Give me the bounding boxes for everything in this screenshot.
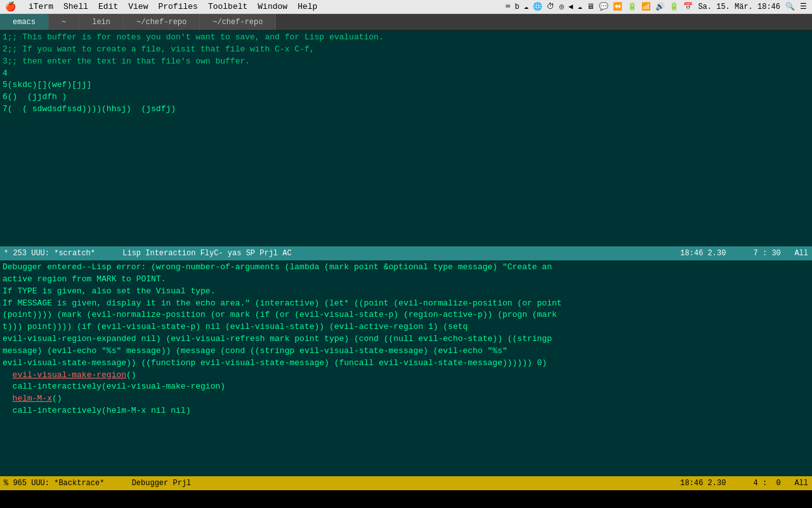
dbg-line-3: If TYPE is given, also set the Visual ty… [3,286,809,298]
dbg-link-2[interactable]: call-interactively(evil-visual-make-regi… [3,381,809,393]
dbg-line-8: message) (evil-echo "%s" message)) (mess… [3,345,809,358]
modeline-bottom-left: % 965 UUU: *Backtrace* Debugger Prjl [4,479,191,488]
menu-view[interactable]: View [128,2,148,11]
tab-tilde[interactable]: ~ [49,14,79,30]
dbg-link-4[interactable]: call-interactively(helm-M-x nil nil) [3,405,809,417]
modeline-bottom-right: 18:46 2.30 4 : 0 All [680,479,808,488]
dbg-line-7: evil-visual-region-expanded nil) (evil-v… [3,333,809,345]
call-interactively-evil: call-interactively(evil-visual-make-regi… [13,382,225,391]
menubar: 🍎 iTerm Shell Edit View Profiles Toolbel… [0,0,812,14]
editor-line-3: 3;; then enter the text in that file's o… [3,56,809,68]
dbg-line-6: t))) point)))) (if (evil-visual-state-p)… [3,321,809,333]
dbg-line-1: Debugger entered--Lisp error: (wrong-num… [3,262,809,274]
search-icon[interactable]: 🔍 [785,2,795,11]
menu-icons: ⌨ b ☁ 🌐 ⏱ ◎ ◀ ☁ 🖥 💬 ⏪ 🔋 📶 🔊 🔋 📅 [506,2,693,11]
list-icon[interactable]: ☰ [800,2,807,11]
modeline-bottom: % 965 UUU: *Backtrace* Debugger Prjl 18:… [0,476,812,490]
tab-emacs[interactable]: emacs [0,14,49,30]
menu-right-area: ⌨ b ☁ 🌐 ⏱ ◎ ◀ ☁ 🖥 💬 ⏪ 🔋 📶 🔊 🔋 📅 Sa. 15. … [506,2,807,11]
menu-edit[interactable]: Edit [98,2,118,11]
editor-line-5: 5(skdc)[](wef)[jj] [3,79,809,91]
tab-lein[interactable]: lein [79,14,124,30]
modeline-top-left: * 253 UUU: *scratch* Lisp Interaction Fl… [4,249,292,258]
dbg-link-1[interactable]: evil-visual-make-region() [3,370,809,382]
editor-line-2: 2;; If you want to create a file, visit … [3,44,809,56]
evil-visual-make-region-link[interactable]: evil-visual-make-region [13,370,126,380]
modeline-top-right: 18:46 2.30 7 : 30 All [680,249,808,258]
modeline-top: * 253 UUU: *scratch* Lisp Interaction Fl… [0,246,812,260]
dbg-link-3[interactable]: helm-M-x() [3,393,809,405]
dbg-line-9: evil-visual-state-message)) ((functionp … [3,358,809,370]
dbg-line-5: (point)))) (mark (evil-normalize-positio… [3,309,809,321]
menu-help[interactable]: Help [298,2,317,11]
datetime: Sa. 15. Mär. 18:46 [698,3,780,11]
tabbar: emacs ~ lein ~/chef-repo ~/chef-repo [0,14,812,30]
debugger-area[interactable]: Debugger entered--Lisp error: (wrong-num… [0,260,812,476]
menu-window[interactable]: Window [258,2,287,11]
editor-area[interactable]: 1;; This buffer is for notes you don't w… [0,30,812,246]
menu-iterm[interactable]: iTerm [29,2,53,11]
tab-chef-repo-2[interactable]: ~/chef-repo [200,14,276,30]
menu-toolbelt[interactable]: Toolbelt [208,2,247,11]
editor-line-7: 7( ( sdwdsdfssd))))(hhsj) (jsdfj) [3,104,809,116]
call-interactively-helm: call-interactively(helm-M-x nil nil) [13,406,191,415]
apple-menu[interactable]: 🍎 [5,1,16,12]
editor-line-6: 6() (jjdfh ) [3,91,809,104]
dbg-line-2: active region from MARK to POINT. [3,274,809,286]
menu-shell[interactable]: Shell [63,2,88,11]
editor-line-1: 1;; This buffer is for notes you don't w… [3,32,809,44]
helm-m-x-link[interactable]: helm-M-x [13,394,52,403]
dbg-line-4: If MESSAGE is given, display it in the e… [3,298,809,310]
editor-line-4: 4 [3,68,809,80]
tab-chef-repo-1[interactable]: ~/chef-repo [124,14,200,30]
menu-profiles[interactable]: Profiles [158,2,197,11]
